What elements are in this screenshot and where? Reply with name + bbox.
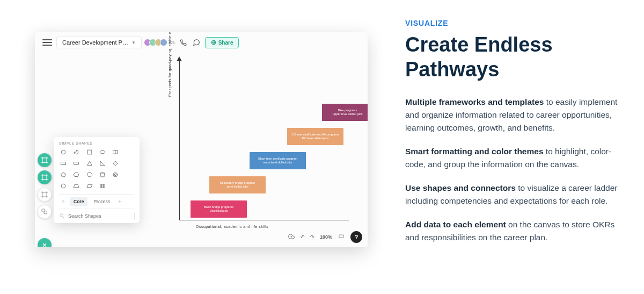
paragraph-2: Smart formatting and color themes to hig…: [405, 145, 623, 171]
rail-frame-button-1[interactable]: [38, 153, 52, 167]
topbar: Career Development P… ▼ +28 Share: [35, 32, 368, 53]
comment-icon[interactable]: [192, 38, 201, 47]
shape-circle2-icon[interactable]: [59, 182, 68, 190]
shape-ring-icon[interactable]: [111, 171, 120, 178]
x-axis-label: Occupational, academic and life skills: [196, 225, 268, 228]
shape-cylinder-icon[interactable]: [98, 171, 107, 178]
page-headline: Create Endless Pathways: [405, 33, 623, 82]
shape-circle-icon[interactable]: [59, 148, 68, 156]
paragraph-1: Multiple frameworks and templates to eas…: [405, 96, 623, 134]
ladder-block-2[interactable]: Secondary bridge program semi-skilled jo…: [209, 176, 266, 193]
svg-point-3: [44, 211, 47, 214]
shape-octagon-icon[interactable]: [85, 171, 94, 178]
shape-hexagon-icon[interactable]: [72, 171, 80, 178]
share-button[interactable]: Share: [205, 37, 239, 48]
shapes-panel-title: SIMPLE SHAPES: [59, 141, 134, 145]
svg-point-6: [100, 150, 105, 154]
eyebrow: VISUALIZE: [405, 19, 623, 27]
svg-line-20: [63, 216, 64, 218]
shape-right-triangle-icon[interactable]: [98, 160, 107, 167]
ladder-block-1[interactable]: Basic bridge programs Unskilled jobs: [191, 200, 247, 218]
svg-point-19: [60, 213, 63, 217]
shape-trapezoid-icon[interactable]: [72, 182, 80, 190]
shape-square-icon[interactable]: [85, 148, 94, 156]
svg-point-4: [61, 150, 65, 154]
shape-pentagon-icon[interactable]: [59, 171, 68, 178]
pin-icon[interactable]: ✧: [59, 199, 68, 204]
shape-rect-2col-icon[interactable]: [111, 148, 120, 156]
svg-rect-10: [74, 162, 79, 165]
paragraph-4: Add data to each element on the canvas t…: [405, 218, 623, 244]
shape-rounded-rect-icon[interactable]: [72, 160, 80, 167]
svg-rect-5: [87, 150, 92, 154]
shape-parallelogram-icon[interactable]: [85, 182, 94, 190]
phone-icon[interactable]: [179, 38, 188, 47]
add-tab-icon[interactable]: +: [116, 198, 123, 205]
svg-point-11: [100, 173, 105, 174]
shape-ellipse-icon[interactable]: [98, 148, 107, 156]
shapes-grid: [59, 148, 134, 190]
help-button[interactable]: ?: [350, 231, 362, 243]
svg-point-12: [113, 173, 118, 177]
shape-diamond-icon[interactable]: [111, 160, 120, 167]
chevron-down-icon: ▼: [131, 40, 136, 45]
shape-rect-icon[interactable]: [59, 160, 68, 167]
shapes-tabs: ✧ Core Process +: [59, 194, 134, 209]
x-axis: [179, 220, 349, 220]
left-rail: [38, 153, 52, 247]
y-axis: [179, 59, 180, 220]
ladder-block-5[interactable]: BA+ programs Upper level skilled jobs: [322, 104, 368, 121]
svg-point-13: [115, 174, 117, 176]
marketing-copy: VISUALIZE Create Endless Pathways Multip…: [386, 0, 644, 294]
document-selector[interactable]: Career Development P… ▼: [56, 37, 142, 48]
canvas-footer-controls: ↶ ↷ 100% ?: [288, 231, 362, 243]
paragraph-3: Use shapes and connectors to visualize a…: [405, 182, 623, 207]
tab-process[interactable]: Process: [90, 197, 114, 206]
search-icon: [59, 213, 65, 220]
redo-icon[interactable]: ↷: [310, 234, 314, 240]
zoom-level[interactable]: 100%: [320, 234, 332, 240]
undo-icon[interactable]: ↶: [301, 234, 305, 240]
menu-icon[interactable]: [42, 39, 52, 46]
svg-point-14: [61, 184, 65, 188]
rail-frame-button-3[interactable]: [38, 188, 52, 202]
shape-pie-icon[interactable]: [72, 148, 80, 156]
rail-shapes-button[interactable]: [38, 205, 52, 219]
shapes-panel: SIMPLE SHAPES: [54, 137, 140, 223]
shapes-search-row: ⋮: [59, 212, 134, 220]
rail-close-button[interactable]: [38, 238, 52, 247]
app-frame: Career Development P… ▼ +28 Share: [35, 32, 368, 247]
svg-rect-9: [61, 162, 65, 165]
svg-rect-1: [339, 235, 343, 238]
tab-core[interactable]: Core: [70, 197, 87, 206]
ladder-block-4[interactable]: 1-2 year certificate and AA programs Mid…: [287, 128, 343, 145]
ladder-block-3[interactable]: Short-term certificate program entry lev…: [250, 152, 306, 169]
keyboard-icon[interactable]: [338, 234, 345, 240]
more-options-icon[interactable]: ⋮: [131, 212, 138, 220]
document-title: Career Development P…: [62, 39, 128, 46]
shape-table-icon[interactable]: [98, 182, 107, 190]
y-axis-label: Prospects for good-paying, stable employ…: [168, 32, 172, 97]
shapes-search-input[interactable]: [68, 213, 128, 219]
shape-triangle-icon[interactable]: [85, 160, 94, 167]
rail-frame-button-2[interactable]: [38, 170, 52, 184]
cloud-sync-icon[interactable]: [288, 233, 295, 241]
share-label: Share: [218, 40, 233, 46]
